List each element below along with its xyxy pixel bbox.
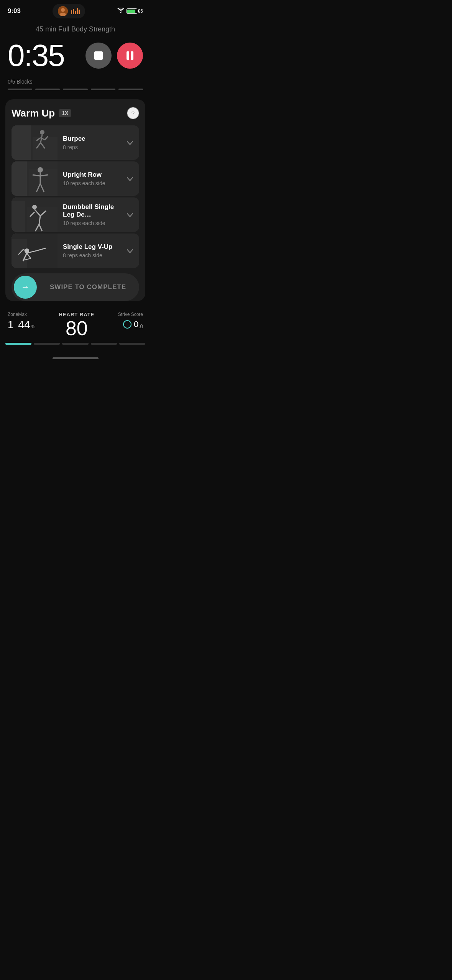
svg-point-1 — [61, 8, 65, 12]
now-playing-avatar — [58, 6, 68, 16]
warmup-header: Warm Up 1X ? — [12, 107, 139, 119]
strive-decimal: .0 — [138, 323, 143, 329]
status-bar: 9:03 — [0, 0, 151, 19]
question-mark-icon: ? — [131, 110, 135, 117]
svg-point-16 — [38, 167, 43, 173]
exercise-reps-vup: 8 reps each side — [63, 252, 115, 258]
exercise-reps-upright: 10 reps each side — [63, 180, 115, 186]
home-indicator — [0, 349, 151, 362]
zone-seg-1 — [5, 343, 31, 345]
zone-seg-2 — [34, 343, 60, 345]
music-bar-1 — [71, 10, 72, 14]
arrow-right-icon: → — [21, 282, 30, 292]
exercise-name-upright: Upright Row — [63, 171, 115, 179]
battery-indicator: 96 — [127, 8, 143, 14]
timer-controls — [85, 43, 143, 69]
max-stat: Max 44 % — [18, 312, 35, 331]
stop-button[interactable] — [85, 43, 112, 69]
music-bars — [71, 8, 80, 14]
blocks-label: 0/5 Blocks — [8, 79, 143, 85]
block-bar-3 — [63, 89, 87, 90]
stop-icon — [94, 51, 103, 60]
swipe-arrow-button[interactable]: → — [14, 276, 37, 299]
exercise-thumb-burpee — [12, 125, 58, 160]
exercise-info-vup: Single Leg V-Up 8 reps each side — [58, 243, 121, 258]
exercise-reps-dumbbell: 10 reps each side — [63, 220, 115, 226]
exercise-thumb-vup — [12, 233, 58, 268]
warmup-card: Warm Up 1X ? — [5, 99, 145, 301]
exercise-info-burpee: Burpee 8 reps — [58, 135, 121, 150]
exercise-list: Burpee 8 reps — [12, 125, 139, 268]
blocks-bars — [8, 89, 143, 90]
pause-button[interactable] — [117, 43, 143, 69]
heart-rate-label: HEART RATE — [35, 312, 118, 317]
zone-value: 1 — [8, 319, 18, 331]
workout-title: 45 min Full Body Strength — [0, 19, 151, 36]
zone-progress-bar — [0, 343, 151, 349]
strive-section: Strive Score 0 .0 — [118, 312, 143, 329]
dynamic-island — [53, 4, 85, 18]
chevron-burpee[interactable] — [121, 139, 139, 147]
chevron-dumbbell[interactable] — [121, 211, 139, 219]
zone-seg-5 — [119, 343, 145, 345]
strive-label: Strive Score — [118, 312, 143, 317]
music-bar-2 — [73, 9, 74, 14]
exercise-item-vup[interactable]: Single Leg V-Up 8 reps each side — [12, 233, 139, 268]
zone-label: Zone — [8, 312, 18, 317]
timer-section: 0:35 — [0, 36, 151, 77]
zone-seg-4 — [91, 343, 117, 345]
exercise-info-dumbbell: Dumbbell Single Leg De… 10 reps each sid… — [58, 203, 121, 226]
svg-rect-23 — [12, 201, 25, 232]
heart-rate-section: HEART RATE 80 — [35, 312, 118, 338]
status-time: 9:03 — [8, 7, 21, 15]
strive-circle-icon — [123, 320, 131, 329]
svg-point-25 — [32, 205, 37, 209]
help-button[interactable]: ? — [127, 107, 139, 119]
timer-display: 0:35 — [8, 40, 64, 71]
svg-rect-24 — [27, 207, 58, 232]
home-bar — [53, 357, 99, 359]
exercise-thumb-upright — [12, 161, 58, 196]
block-bar-4 — [91, 89, 115, 90]
status-right: 96 — [117, 8, 143, 15]
battery-fill — [127, 10, 135, 13]
pause-bar-right — [131, 51, 133, 60]
music-bar-4 — [77, 8, 78, 14]
swipe-to-complete[interactable]: → SWIPE TO COMPLETE — [12, 273, 139, 301]
max-value: 44 — [18, 319, 30, 331]
heart-rate-value: 80 — [35, 318, 118, 338]
battery-box — [127, 8, 137, 14]
music-bar-5 — [79, 10, 80, 14]
multiplier-badge: 1X — [59, 109, 71, 117]
svg-rect-14 — [12, 161, 27, 196]
exercise-thumb-dumbbell — [12, 197, 58, 232]
chevron-upright[interactable] — [121, 175, 139, 183]
blocks-section: 0/5 Blocks — [0, 77, 151, 96]
zone-seg-3 — [62, 343, 88, 345]
swipe-label: SWIPE TO COMPLETE — [37, 283, 139, 291]
bottom-stats: Zone 1 Max 44 % HEART RATE 80 Strive Sco… — [0, 304, 151, 343]
exercise-name-burpee: Burpee — [63, 135, 115, 143]
battery-percent: 96 — [138, 8, 143, 14]
wifi-icon — [117, 8, 124, 15]
exercise-item-upright-row[interactable]: Upright Row 10 reps each side — [12, 161, 139, 196]
block-bar-5 — [118, 89, 143, 90]
chevron-vup[interactable] — [121, 247, 139, 255]
block-bar-2 — [35, 89, 60, 90]
pause-bar-left — [127, 51, 129, 60]
svg-rect-4 — [12, 125, 31, 160]
exercise-name-vup: Single Leg V-Up — [63, 243, 115, 251]
warmup-title: Warm Up — [12, 107, 55, 119]
exercise-reps-burpee: 8 reps — [63, 144, 115, 150]
music-bar-3 — [75, 11, 76, 14]
max-unit: % — [31, 324, 36, 329]
warmup-title-row: Warm Up 1X — [12, 107, 71, 119]
max-label: Max — [18, 312, 35, 317]
strive-value-row: 0 .0 — [118, 319, 143, 329]
strive-value: 0 — [134, 319, 138, 329]
svg-rect-15 — [29, 169, 58, 196]
exercise-info-upright: Upright Row 10 reps each side — [58, 171, 121, 186]
exercise-item-burpee[interactable]: Burpee 8 reps — [12, 125, 139, 160]
exercise-item-dumbbell[interactable]: Dumbbell Single Leg De… 10 reps each sid… — [12, 197, 139, 232]
svg-point-6 — [40, 130, 44, 135]
